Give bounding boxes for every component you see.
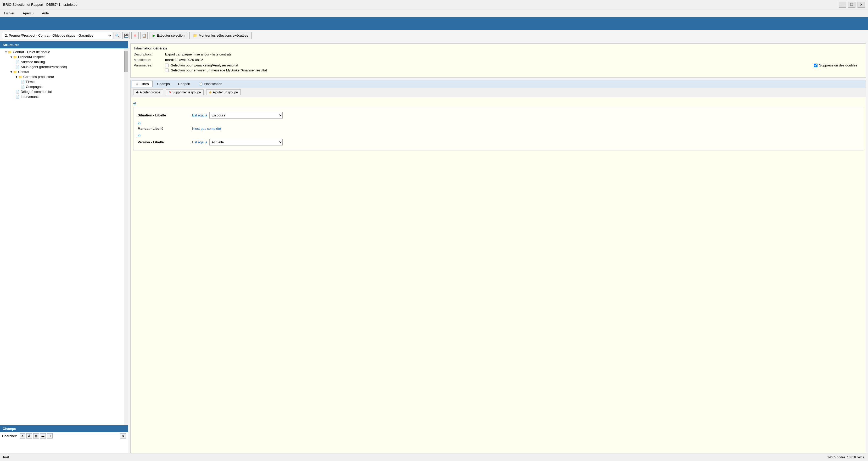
page-icon-3: 📄 (21, 80, 25, 84)
delete-group-label: Supprimer le groupe (173, 91, 201, 94)
chercher-label: Chercher: (2, 434, 17, 438)
tree-item-firme[interactable]: 📄 Firme (0, 79, 128, 84)
view-grid-button[interactable]: ▦ (33, 433, 39, 438)
param1-row: Sélection pour E-marketing/Analyser résu… (165, 63, 863, 67)
tree-area: ▾ 📁 Contrat - Objet de risque ▾ 📁 Preneu… (0, 49, 128, 425)
info-title: Information générale (134, 46, 863, 50)
description-value: Export campagne mise à jour - liste cont… (165, 52, 863, 56)
tab-champs[interactable]: Champs (153, 81, 174, 87)
suppression-checkbox[interactable] (814, 64, 817, 67)
tab-planification[interactable]: 🕐 Planification (195, 81, 226, 87)
tree-item-intervenants[interactable]: 📄 Intervenants (0, 94, 128, 99)
suppression-label: Suppression des doubles (819, 63, 857, 67)
param1-label: Sélection pour E-marketing/Analyser résu… (171, 63, 238, 67)
font-large-button[interactable]: A (26, 433, 32, 438)
run-button[interactable]: ▶ Exécuter sélection (149, 32, 188, 39)
version-field: Version - Libellé (137, 140, 190, 144)
tree-label-intervenants: Intervenants (21, 95, 39, 99)
modified-label: Modifiée le: (134, 58, 165, 62)
page-icon-2: 📄 (16, 65, 20, 69)
tab-filtres[interactable]: ⊙ Filtres (132, 81, 153, 87)
add-group-button[interactable]: ⊕ Ajouter groupe (133, 90, 163, 95)
filter-row-mandat: Mandat - Libellé N'est pas complété (137, 127, 859, 130)
filter-toolbar: ⊕ Ajouter groupe ✕ Supprimer le groupe ⊕… (131, 88, 866, 97)
tab-content: ⊕ Ajouter groupe ✕ Supprimer le groupe ⊕… (130, 88, 866, 453)
sort-button[interactable]: ⇅ (120, 433, 126, 438)
param1-checkbox[interactable] (165, 64, 169, 67)
connector2[interactable]: et (137, 121, 859, 125)
tree-item-sous-agent[interactable]: 📄 Sous-agent (preneur/prospect) (0, 64, 128, 69)
window-title: BRIO Sélection et Rapport - DB58741 - sr… (3, 3, 78, 6)
situation-value-select[interactable]: En cours (209, 112, 283, 119)
filter-icon: ⊙ (135, 82, 138, 86)
tree-scrollbar-thumb[interactable] (124, 51, 128, 72)
page-icon-5: 📄 (16, 90, 20, 94)
tree-label-contrat: Contrat (18, 70, 29, 74)
collapse-icon: ▾ (5, 50, 7, 54)
close-button[interactable]: ✕ (858, 2, 865, 8)
tree-scrollbar[interactable] (124, 49, 128, 425)
tab-bar: ⊙ Filtres Champs Rapport 🕐 Planification (130, 80, 866, 88)
restore-button[interactable]: ❐ (848, 2, 856, 8)
collapse-icon-3: ▾ (10, 70, 12, 74)
tabs-area: ⊙ Filtres Champs Rapport 🕐 Planification (130, 80, 866, 453)
tab-rapport[interactable]: Rapport (174, 81, 194, 87)
tree-label-comptes: Comptes producteur (23, 75, 54, 79)
tree-item-adresse[interactable]: 📄 Adresse mailing (0, 59, 128, 64)
menu-aide[interactable]: Aide (40, 11, 51, 16)
tree-label-compagnie: Compagnie (26, 85, 43, 89)
tree-item-delegue[interactable]: 📄 Délégué commercial (0, 89, 128, 94)
menu-apercu[interactable]: Aperçu (21, 11, 36, 16)
left-panel: Structure: ▾ 📁 Contrat - Objet de risque… (0, 41, 128, 453)
info-generale: Information générale Description: Export… (130, 43, 866, 78)
add-group2-label: Ajouter un groupe (213, 91, 238, 94)
page-icon-1: 📄 (16, 60, 20, 64)
search-button[interactable]: 🔍 (114, 32, 121, 39)
clock-icon: 🕐 (198, 82, 203, 86)
description-row: Description: Export campagne mise à jour… (134, 52, 863, 56)
tree-item-preneur[interactable]: ▾ 📁 Preneur/Prospect (0, 54, 128, 59)
status-left: Prêt. (3, 456, 10, 459)
cancel-button[interactable]: ✕ (131, 32, 139, 39)
situation-operator[interactable]: Est égal à (192, 113, 207, 117)
connector1[interactable]: et (133, 101, 863, 105)
params-row: Paramètres: Sélection pour E-marketing/A… (134, 63, 863, 73)
font-normal-button[interactable]: A (20, 433, 25, 438)
tree-item-contrat[interactable]: ▾ 📁 Contrat (0, 69, 128, 74)
tree-item-contrat-objet[interactable]: ▾ 📁 Contrat - Objet de risque (0, 50, 128, 54)
menu-fichier[interactable]: Fichier (2, 11, 17, 16)
version-value-select[interactable]: Actuelle (209, 139, 283, 146)
add-group2-button[interactable]: ⊕ Ajouter un groupe (206, 90, 241, 95)
selection-dropdown[interactable]: 2. Preneur/Prospect - Contrat - Objet de… (2, 32, 112, 39)
copy-button[interactable]: 📋 (140, 32, 148, 39)
filter-row-situation: Situation - Libellé Est égal à En cours (137, 112, 859, 119)
toolbar: 2. Preneur/Prospect - Contrat - Objet de… (0, 30, 868, 41)
champs-header: Champs (0, 425, 128, 432)
structure-header: Structure: (0, 41, 128, 49)
modified-value: mardi 28 avril 2020 08:35 (165, 58, 863, 62)
tree-item-comptes[interactable]: ▾ 📁 Comptes producteur (0, 74, 128, 79)
mandat-operator[interactable]: N'est pas complété (192, 127, 221, 130)
situation-field: Situation - Libellé (137, 113, 190, 117)
delete-group-button[interactable]: ✕ Supprimer le groupe (166, 90, 204, 95)
menu-bar: Fichier Aperçu Aide (0, 9, 868, 17)
view-table-button[interactable]: ⊞ (47, 433, 53, 438)
mandat-field: Mandat - Libellé (137, 127, 190, 130)
view-list-button[interactable]: ▬ (40, 433, 46, 438)
folder-icon-2: 📁 (13, 55, 17, 59)
right-panel: Information générale Description: Export… (128, 41, 868, 453)
param2-checkbox[interactable] (165, 68, 169, 72)
tree-item-compagnie[interactable]: 📄 Compagnie (0, 84, 128, 89)
tree-label-sous-agent: Sous-agent (preneur/prospect) (21, 65, 67, 69)
add-group-label: Ajouter groupe (140, 91, 160, 94)
save-button[interactable]: 💾 (122, 32, 130, 39)
run-icon: ▶ (153, 33, 155, 37)
param-right-container: Suppression des doubles (814, 63, 863, 67)
status-bar: Prêt. 14605 codes. 10318 fields. (0, 453, 868, 461)
show-executions-button[interactable]: 📁 Montrer les sélections exécutées (189, 32, 251, 39)
version-operator[interactable]: Est égal à (192, 140, 207, 144)
tab-champs-label: Champs (157, 82, 169, 86)
minimize-button[interactable]: — (839, 2, 846, 8)
connector3[interactable]: et (137, 133, 859, 136)
delete-icon: ✕ (169, 91, 172, 94)
